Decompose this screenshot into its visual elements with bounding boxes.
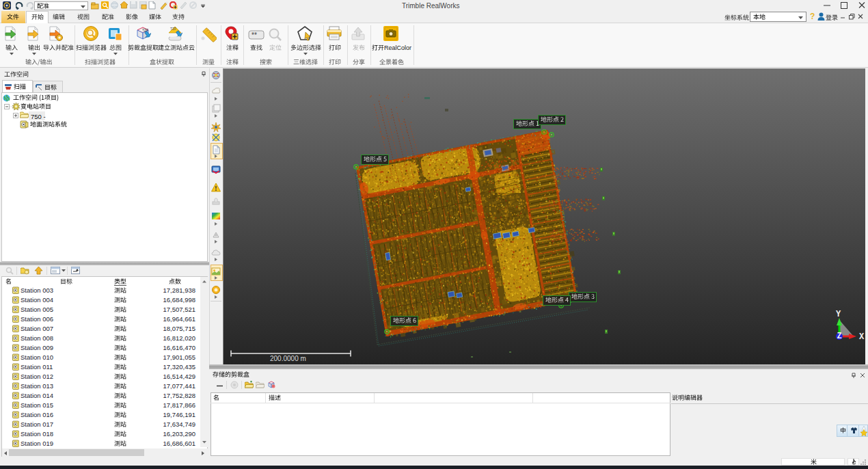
svg-text:**: ** [252,31,257,39]
svg-text:TZF: TZF [170,27,176,31]
